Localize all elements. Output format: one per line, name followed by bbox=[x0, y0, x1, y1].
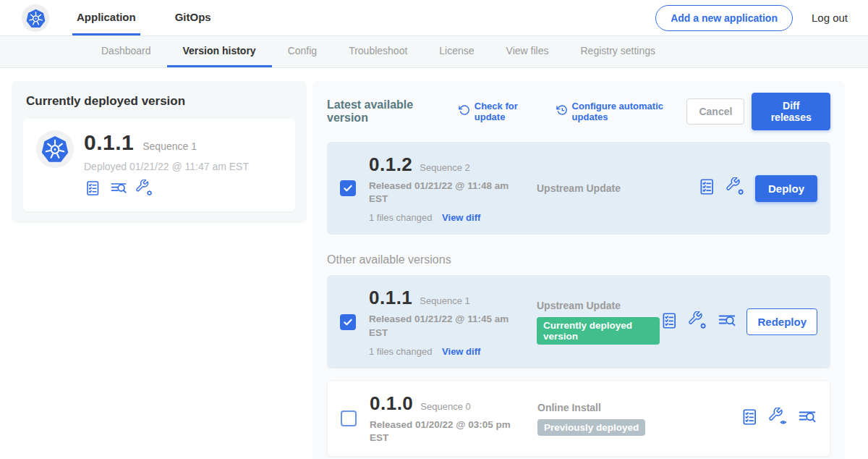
subnav-dashboard[interactable]: Dashboard bbox=[85, 36, 167, 67]
version-row-0-1-2: 0.1.2 Sequence 2 Released 01/21/22 @ 11:… bbox=[327, 142, 830, 235]
topnav-right: Add a new application Log out bbox=[655, 0, 868, 35]
preflight-checklist-icon[interactable] bbox=[697, 177, 716, 199]
version-number: 0.1.1 bbox=[369, 287, 412, 309]
sequence-label: Sequence 1 bbox=[420, 295, 469, 306]
available-versions-panel: Latest available version Check for updat… bbox=[312, 81, 845, 459]
clock-arrow-icon bbox=[556, 104, 568, 119]
cancel-button[interactable]: Cancel bbox=[686, 98, 744, 125]
version-source-label: Upstream Update bbox=[537, 182, 697, 194]
latest-version-header: Latest available version Check for updat… bbox=[327, 93, 830, 130]
deployed-timestamp: Deployed 01/21/22 @ 11:47 am EST bbox=[84, 161, 249, 172]
tab-application[interactable]: Application bbox=[72, 0, 140, 35]
subnav-troubleshoot[interactable]: Troubleshoot bbox=[333, 36, 423, 67]
version-source-label: Upstream Update bbox=[537, 300, 660, 311]
check-for-update-link[interactable]: Check for update bbox=[459, 101, 542, 122]
preflight-checklist-icon[interactable] bbox=[660, 311, 678, 333]
logs-magnifier-icon[interactable] bbox=[798, 408, 817, 429]
redeploy-button[interactable]: Redeploy bbox=[746, 308, 817, 335]
currently-deployed-badge: Currently deployed version bbox=[537, 317, 660, 345]
subnav-view-files[interactable]: View files bbox=[490, 36, 565, 67]
deployed-sequence-label: Sequence 1 bbox=[142, 140, 197, 152]
preflight-checklist-icon[interactable] bbox=[84, 180, 101, 200]
sequence-label: Sequence 0 bbox=[420, 401, 470, 412]
version-row-0-1-0: 0.1.0 Sequence 0 Released 01/20/22 @ 03:… bbox=[327, 380, 830, 457]
released-timestamp: Released 01/21/22 @ 11:45 am EST bbox=[369, 313, 517, 339]
version-checkbox[interactable] bbox=[340, 314, 356, 330]
deployed-version-card: 0.1.1 Sequence 1 Deployed 01/21/22 @ 11:… bbox=[23, 119, 295, 211]
files-changed-label: 1 files changed bbox=[369, 212, 432, 223]
logout-button[interactable]: Log out bbox=[812, 12, 848, 24]
main-content: Currently deployed version 0.1.1 Sequenc… bbox=[0, 68, 868, 459]
config-wrench-eye-icon[interactable] bbox=[769, 408, 788, 429]
currently-deployed-panel: Currently deployed version 0.1.1 Sequenc… bbox=[12, 81, 307, 223]
config-wrench-gear-icon[interactable] bbox=[689, 311, 707, 333]
deployed-version-number: 0.1.1 bbox=[84, 130, 134, 155]
config-wrench-gear-icon[interactable] bbox=[136, 180, 153, 200]
logs-magnifier-icon[interactable] bbox=[718, 311, 736, 333]
sequence-label: Sequence 2 bbox=[420, 162, 469, 173]
version-number: 0.1.2 bbox=[369, 153, 412, 176]
configure-auto-updates-link[interactable]: Configure automatic updates bbox=[556, 101, 687, 122]
diff-releases-button[interactable]: Diff releases bbox=[752, 93, 830, 130]
version-number: 0.1.0 bbox=[370, 392, 413, 415]
version-checkbox[interactable] bbox=[340, 180, 356, 196]
refresh-icon bbox=[459, 104, 470, 119]
latest-available-title: Latest available version bbox=[327, 98, 444, 125]
preflight-checklist-icon[interactable] bbox=[740, 408, 759, 429]
check-for-update-label: Check for update bbox=[475, 101, 542, 122]
currently-deployed-title: Currently deployed version bbox=[23, 94, 295, 109]
kubernetes-logo[interactable] bbox=[22, 4, 49, 32]
deploy-button[interactable]: Deploy bbox=[755, 175, 817, 202]
app-subnav: Dashboard Version history Config Trouble… bbox=[0, 36, 868, 68]
view-diff-link[interactable]: View diff bbox=[442, 212, 480, 223]
subnav-version-history[interactable]: Version history bbox=[167, 36, 272, 67]
files-changed-label: 1 files changed bbox=[369, 346, 432, 357]
configure-auto-updates-label: Configure automatic updates bbox=[572, 101, 687, 122]
version-source-label: Online Install bbox=[537, 402, 740, 413]
subnav-config[interactable]: Config bbox=[272, 36, 333, 67]
top-navbar: Application GitOps Add a new application… bbox=[0, 0, 868, 36]
top-tabs: Application GitOps bbox=[72, 0, 246, 35]
released-timestamp: Released 01/20/22 @ 03:05 pm EST bbox=[370, 418, 518, 445]
released-timestamp: Released 01/21/22 @ 11:48 am EST bbox=[369, 180, 517, 206]
config-wrench-gear-icon[interactable] bbox=[726, 177, 745, 199]
subnav-license[interactable]: License bbox=[423, 36, 490, 67]
subnav-registry-settings[interactable]: Registry settings bbox=[564, 36, 671, 67]
logs-magnifier-icon[interactable] bbox=[110, 180, 127, 200]
version-checkbox[interactable] bbox=[341, 410, 357, 426]
view-diff-link[interactable]: View diff bbox=[442, 346, 480, 357]
app-kubernetes-icon bbox=[36, 130, 74, 168]
tab-gitops[interactable]: GitOps bbox=[171, 0, 216, 35]
version-row-0-1-1: 0.1.1 Sequence 1 Released 01/21/22 @ 11:… bbox=[327, 275, 830, 368]
previously-deployed-badge: Previously deployed bbox=[537, 419, 645, 436]
add-new-application-button[interactable]: Add a new application bbox=[655, 5, 793, 31]
other-versions-title: Other available versions bbox=[327, 253, 830, 266]
